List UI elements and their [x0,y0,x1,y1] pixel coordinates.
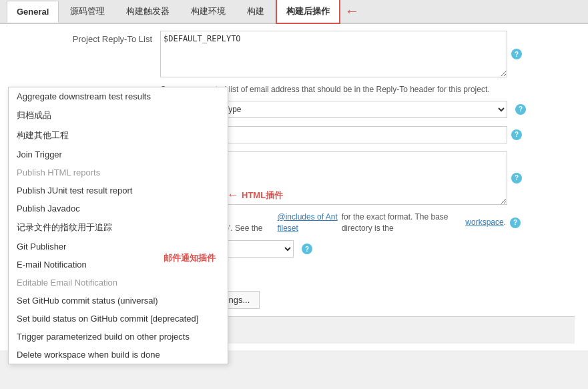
build-log-help-icon[interactable]: ? [302,244,312,254]
dropdown-item-publish-javadoc[interactable]: Publish Javadoc [9,200,228,218]
reply-to-input[interactable]: $DEFAULT_REPLYTO [160,31,507,77]
dropdown-item-aggregate[interactable]: Aggregate downstream test results [9,87,228,105]
attach-hint-period: . [504,217,506,228]
tab-bar-wrapper: General 源码管理 构建触发器 构建环境 构建 构建后操作 ← [0,0,588,24]
dropdown-item-fingerprint[interactable]: 记录文件的指纹用于追踪 [9,218,228,238]
dropdown-item-github-status[interactable]: Set GitHub commit status (universal) [9,292,228,310]
dropdown-item-git-publisher[interactable]: Git Publisher [9,238,228,256]
content-help-icon[interactable]: ? [511,173,522,183]
tab-post-build[interactable]: 构建后操作 [276,0,340,24]
subject-help-icon[interactable]: ? [511,129,522,140]
reply-to-field: $DEFAULT_REPLYTO ? [160,31,575,77]
tab-general[interactable]: General [7,1,59,23]
ant-fileset-link[interactable]: @includes of Ant fileset [278,212,342,234]
tab-bar: General 源码管理 构建触发器 构建环境 构建 构建后操作 ← [0,0,588,24]
dropdown-item-editable-email: Editable Email Notification [9,274,228,292]
dropdown-item-github-status-deprecated[interactable]: Set build status on GitHub commit [depre… [9,310,228,328]
page-wrapper: General 源码管理 构建触发器 构建环境 构建 构建后操作 ← Proje… [0,0,588,389]
dropdown-item-parameterized-trigger[interactable]: Trigger parameterized build on other pro… [9,328,228,346]
tab-build[interactable]: 构建 [237,0,274,23]
reply-to-label: Project Reply-To List [13,31,160,44]
dropdown-item-build-other[interactable]: 构建其他工程 [9,125,228,145]
dropdown-menu: Aggregate downstream test results 归档成品 构… [8,87,228,364]
dropdown-item-join-trigger[interactable]: Join Trigger [9,145,228,163]
tab-arrow-icon: ← [344,3,359,20]
reply-to-help-icon[interactable]: ? [511,49,522,59]
dropdown-item-delete-workspace[interactable]: Delete workspace when build is done [9,346,228,364]
reply-to-row: Project Reply-To List $DEFAULT_REPLYTO ? [13,31,575,77]
workspace-link[interactable]: workspace [465,217,503,228]
attach-hint-text2: for the exact format. The base directory… [342,212,466,234]
attach-help-icon[interactable]: ? [510,218,521,228]
content-type-help-icon[interactable]: ? [515,104,526,115]
tab-trigger[interactable]: 构建触发器 [116,0,180,23]
dropdown-item-publish-junit[interactable]: Publish JUnit test result report [9,181,228,200]
dropdown-item-archive[interactable]: 归档成品 [9,105,228,125]
dropdown-item-publish-html: Publish HTML reports [9,163,228,181]
tab-source[interactable]: 源码管理 [60,0,115,23]
tab-env[interactable]: 构建环境 [181,0,236,23]
dropdown-item-email-notification[interactable]: E-mail Notification [9,256,228,274]
